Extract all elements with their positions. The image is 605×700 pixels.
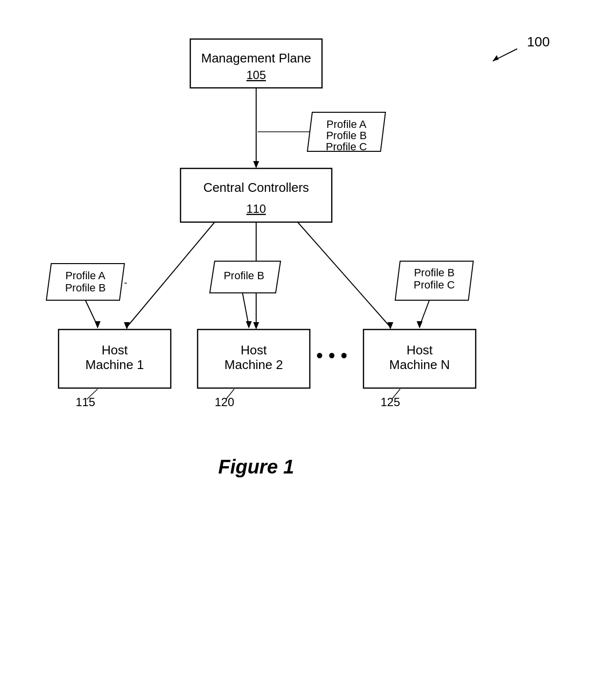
svg-marker-6 bbox=[124, 322, 130, 329]
host-machine-n-label-1: Host bbox=[406, 343, 433, 357]
svg-marker-17 bbox=[417, 321, 423, 329]
profile-b-center: Profile B bbox=[223, 269, 264, 282]
profile-b-right: Profile B bbox=[414, 267, 454, 279]
profile-a-top: Profile A bbox=[326, 118, 366, 130]
ref-100: 100 bbox=[527, 34, 550, 49]
svg-marker-12 bbox=[95, 321, 101, 329]
svg-line-5 bbox=[127, 222, 215, 327]
svg-line-9 bbox=[298, 222, 390, 327]
ref-105: 105 bbox=[246, 68, 266, 82]
ref-120: 120 bbox=[215, 395, 234, 409]
ref-115: 115 bbox=[76, 395, 95, 409]
profile-a-left: Profile A bbox=[65, 269, 105, 282]
svg-marker-1 bbox=[493, 55, 499, 61]
host-machine-n-label-2: Machine N bbox=[389, 357, 450, 372]
ellipsis: • • • bbox=[316, 345, 347, 366]
diagram-container: 100 Management Plane 105 Profile A Profi… bbox=[0, 0, 605, 700]
host-machine-2-label-1: Host bbox=[241, 343, 267, 357]
management-plane-label: Management Plane bbox=[201, 51, 311, 65]
profile-c-right: Profile C bbox=[414, 279, 455, 291]
profile-b-left: Profile B bbox=[65, 282, 105, 294]
profile-c-top: Profile C bbox=[326, 141, 367, 153]
host-machine-1-label-2: Machine 1 bbox=[85, 357, 144, 372]
ref-110: 110 bbox=[246, 202, 266, 215]
svg-marker-8 bbox=[253, 322, 259, 329]
profile-b-top: Profile B bbox=[326, 129, 366, 142]
svg-marker-3 bbox=[253, 161, 259, 168]
svg-marker-10 bbox=[387, 322, 393, 329]
host-machine-2-label-2: Machine 2 bbox=[224, 357, 283, 372]
svg-line-14 bbox=[242, 293, 249, 326]
figure-label: Figure 1 bbox=[218, 456, 294, 477]
host-machine-1-label-1: Host bbox=[101, 343, 128, 357]
central-controllers-label: Central Controllers bbox=[203, 180, 309, 195]
svg-marker-15 bbox=[246, 321, 252, 329]
ref-125: 125 bbox=[381, 395, 400, 409]
